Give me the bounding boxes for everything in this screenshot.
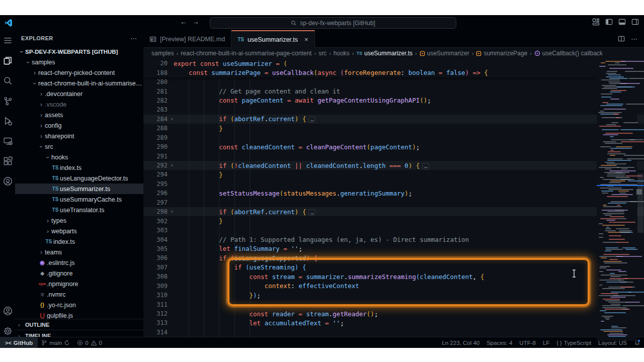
problems-indicator[interactable]: 0 0 [73,337,106,348]
breadcrumb-item[interactable]: src [318,50,327,57]
tree-item-sp-dev-fx-webparts-github-[interactable]: ›SP-DEV-FX-WEBPARTS [GITHUB] [15,46,143,57]
editor-scrollbar[interactable] [637,59,644,341]
fold-chevron-icon[interactable]: › [170,116,174,122]
tree-item--gitignore[interactable]: ◆.gitignore [15,268,143,279]
more-actions-icon[interactable]: ⋯ [631,35,638,43]
tree-item--yo-rc-json[interactable]: {}.yo-rc.json [15,300,143,310]
code-line[interactable]: 284› if (abortRef.current) {… [143,115,644,124]
tree-item-types[interactable]: ›types [15,215,143,226]
code-line[interactable]: 302 } [143,216,644,225]
tree-item-assets[interactable]: ›assets [15,110,143,120]
code-line[interactable]: 280 [143,77,644,86]
code-line[interactable]: 304 // Path 1: Supported languages (en, … [143,235,644,244]
line-number[interactable]: 302 [143,218,170,225]
line-number[interactable]: 314 [143,329,170,336]
line-number[interactable]: 308 [143,273,170,280]
tree-item-webparts[interactable]: ›webparts [15,226,143,236]
eol-sequence[interactable]: LF [539,337,553,348]
scrollbar-thumb[interactable] [637,173,643,233]
command-center-search[interactable]: sp-dev-fx-webparts [GitHub] [210,17,456,29]
tree-item-usetranslator-ts[interactable]: TSuseTranslator.ts [15,205,143,215]
tree-item-samples[interactable]: ›samples [15,57,143,67]
tree-item-teams[interactable]: ›teams [15,247,143,257]
breadcrumb-item[interactable]: TSuseSummarizer.ts [357,50,413,57]
code-line[interactable]: 305 let finalSummary = ''; [143,244,644,253]
cursor-position[interactable]: Ln 223, Col 40 [438,337,483,348]
fold-chevron-icon[interactable]: › [170,208,174,215]
code-line[interactable]: 283 [143,105,644,114]
activity-search-icon[interactable] [0,70,15,90]
forward-arrow-button[interactable]: → [192,18,199,26]
breadcrumb-item[interactable]: samples [151,50,174,57]
remote-indicator[interactable]: >< GitHub [0,337,38,348]
toggle-secondary-sidebar-icon[interactable] [631,18,639,26]
line-number[interactable]: 311 [143,301,170,308]
tree-item-uselanguagedetector-ts[interactable]: TSuseLanguageDetector.ts [15,173,143,184]
tree-item-index-ts[interactable]: TSindex.ts [15,236,143,247]
code-line[interactable]: 313 let accumulatedText = ''; [143,318,644,327]
line-number[interactable]: 280 [143,78,170,85]
encoding[interactable]: UTF-8 [516,337,539,348]
line-number[interactable]: 306 [143,254,170,261]
breadcrumb-item[interactable]: react-chrome-built-in-ai-summarise-page-… [181,50,311,57]
line-number[interactable]: 305 [143,245,170,252]
breadcrumb-item[interactable]: summarizePage [476,50,527,57]
breadcrumb-item[interactable]: useSummarizer [420,50,469,57]
line-number[interactable]: 309 [143,283,170,290]
tree-item--devcontainer[interactable]: ›.devcontainer [15,88,143,99]
code-line[interactable]: 292› if (!cleanedContent || cleanedConte… [143,161,644,170]
activity-github-icon[interactable] [0,171,15,191]
activity-source-control-icon[interactable] [0,90,15,111]
line-number[interactable]: 313 [143,319,170,326]
tree-item--nvmrc[interactable]: ≡.nvmrc [15,289,143,300]
line-number[interactable]: 307 [143,264,170,271]
line-number[interactable]: 282 [143,97,170,104]
line-number[interactable]: 281 [143,88,170,95]
code-line[interactable]: 307 if (useStreaming) { [143,263,644,272]
indentation[interactable]: Spaces: 4 [483,337,516,348]
code-line[interactable]: 303 [143,226,644,235]
line-number[interactable]: 292› [143,162,170,169]
tree-item-index-ts[interactable]: TSindex.ts [15,162,143,173]
line-number[interactable]: 297 [143,199,170,206]
customize-layout-icon[interactable] [592,18,600,26]
tab-readme-preview[interactable]: [Preview] README.md [143,30,231,48]
code-line[interactable]: 281 // Get page content and clean it [143,86,644,96]
back-arrow-button[interactable]: ← [180,18,187,26]
line-number[interactable]: 298› [143,208,170,215]
activity-menu-icon[interactable] [0,30,15,50]
tree-item--npmignore[interactable]: npm.npmignore [15,279,143,289]
code-line[interactable]: 294 } [143,170,644,179]
tree-item-sharepoint[interactable]: ›sharepoint [15,131,143,141]
tree-item-react-chrome-built-in-ai-summarise-[interactable]: ›react-chrome-built-in-ai-summarise… [15,78,143,88]
explorer-more-actions-icon[interactable]: ⋯ [130,35,137,42]
activity-remote-explorer-icon[interactable] [0,131,15,151]
tab-usesummarizer[interactable]: TS useSummarizer.ts × [231,30,314,48]
line-number[interactable]: 291 [143,153,170,160]
code-line[interactable]: 314 [143,328,644,337]
code-line[interactable]: 308 const stream = summarizer.summarizeS… [143,272,644,281]
line-number[interactable]: 294 [143,171,170,178]
outline-section[interactable]: › OUTLINE [15,319,143,330]
line-number[interactable]: 304 [143,236,170,243]
sticky-line[interactable]: 20export const useSummarizer = ( [143,59,637,68]
breadcrumb-item[interactable]: useCallback() callback [534,50,603,57]
tree-item-src[interactable]: ›src [15,141,143,152]
code-line[interactable]: 295 [143,179,644,189]
code-line[interactable]: 311 [143,300,644,309]
toggle-panel-icon[interactable] [618,18,626,26]
line-number[interactable]: 20 [143,60,170,67]
tree-item-usesummarizer-ts[interactable]: TSuseSummarizer.ts [15,184,143,194]
code-line[interactable]: 312 const reader = stream.getReader(); [143,309,644,318]
code-line[interactable]: 288 } [143,124,644,133]
code-line[interactable]: 282 const pageContent = await getPageCon… [143,96,644,105]
line-number[interactable]: 310 [143,292,170,299]
sticky-line[interactable]: 188 const summarizePage = useCallback(as… [143,68,637,77]
activity-run-debug-icon[interactable] [0,111,15,131]
code-line[interactable]: 309 context: effectiveContext [143,282,644,291]
code-editor[interactable]: 280281 // Get page content and clean it2… [143,59,644,341]
activity-extensions-icon[interactable] [0,151,15,171]
tree-item-config[interactable]: ›config [15,120,143,131]
code-line[interactable]: 297 [143,198,644,207]
code-line[interactable]: 310 }); [143,291,644,300]
